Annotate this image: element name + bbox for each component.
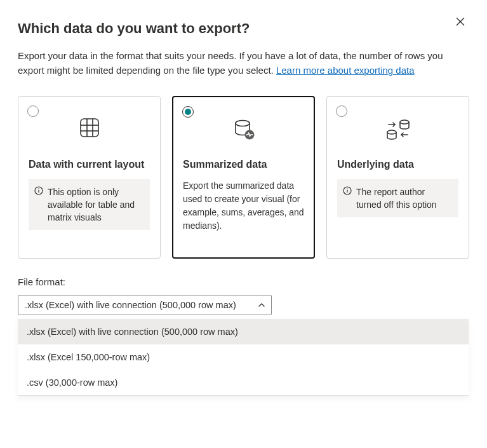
radio-current-layout[interactable]: [27, 105, 39, 117]
card-note-underlying-text: The report author turned off this option: [356, 187, 437, 210]
close-icon: [455, 17, 465, 27]
database-pulse-icon: [183, 117, 304, 144]
svg-point-13: [387, 130, 396, 134]
export-data-dialog: Which data do you want to export? Export…: [0, 0, 487, 411]
svg-point-12: [400, 120, 409, 124]
card-title-layout: Data with current layout: [29, 159, 150, 170]
dialog-intro: Export your data in the format that suit…: [18, 48, 469, 78]
file-format-dropdown[interactable]: .xlsx (Excel) with live connection (500,…: [18, 295, 272, 315]
card-title-underlying: Underlying data: [337, 159, 458, 170]
file-format-option[interactable]: .csv (30,000-row max): [18, 370, 469, 395]
svg-point-16: [347, 188, 347, 189]
card-note-layout: This option is only available for table …: [29, 179, 150, 231]
dropdown-selected-value: .xlsx (Excel) with live connection (500,…: [25, 300, 236, 310]
info-icon: [34, 186, 43, 195]
card-current-layout[interactable]: Data with current layout This option is …: [18, 96, 161, 259]
card-underlying[interactable]: Underlying data The report author turned…: [326, 96, 469, 259]
learn-more-link[interactable]: Learn more about exporting data: [276, 65, 415, 76]
svg-point-10: [236, 120, 250, 126]
radio-summarized[interactable]: [182, 106, 194, 118]
export-option-cards: Data with current layout This option is …: [18, 96, 469, 259]
card-note-underlying: The report author turned off this option: [337, 179, 458, 218]
dialog-title: Which data do you want to export?: [18, 20, 469, 37]
table-grid-icon: [29, 117, 150, 144]
database-swap-icon: [337, 117, 458, 144]
file-format-options: .xlsx (Excel) with live connection (500,…: [18, 319, 469, 396]
chevron-up-icon: [258, 302, 265, 308]
file-format-option[interactable]: .xlsx (Excel 150,000-row max): [18, 344, 469, 370]
card-note-layout-text: This option is only available for table …: [48, 187, 135, 223]
card-title-summarized: Summarized data: [183, 159, 304, 170]
svg-point-9: [38, 188, 39, 189]
card-summarized[interactable]: Summarized data Export the summarized da…: [172, 96, 315, 259]
file-format-option[interactable]: .xlsx (Excel) with live connection (500,…: [18, 319, 469, 344]
info-icon: [343, 186, 352, 195]
svg-rect-2: [81, 119, 98, 137]
file-format-label: File format:: [18, 276, 469, 287]
radio-underlying[interactable]: [336, 105, 347, 117]
card-desc-summarized: Export the summarized data used to creat…: [183, 179, 304, 233]
close-button[interactable]: [451, 13, 469, 31]
